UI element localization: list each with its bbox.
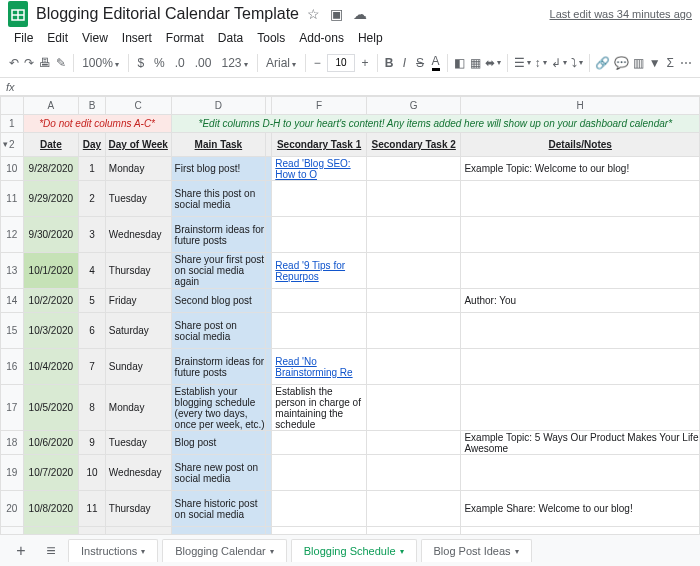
cell-day[interactable]: 4 xyxy=(79,253,106,289)
cell-sec2[interactable] xyxy=(366,217,461,253)
sheet-tab-blog-post-ideas[interactable]: Blog Post Ideas▾ xyxy=(421,539,532,562)
strike-icon[interactable]: S xyxy=(414,52,426,74)
cell-details[interactable] xyxy=(461,217,700,253)
cell-task[interactable]: Share your first post on social media ag… xyxy=(171,253,266,289)
chevron-down-icon[interactable]: ▾ xyxy=(515,547,519,556)
text-color-icon[interactable]: A xyxy=(430,52,442,74)
cell-details[interactable] xyxy=(461,313,700,349)
font-size-input[interactable] xyxy=(327,54,355,72)
cell-details[interactable]: Author: You xyxy=(461,289,700,313)
cell-date[interactable]: 10/5/2020 xyxy=(23,385,79,431)
row-number[interactable]: 14 xyxy=(1,289,24,313)
cell-task[interactable]: Blog post xyxy=(171,431,266,455)
increase-decimal[interactable]: .00 xyxy=(192,56,215,70)
fill-color-icon[interactable]: ◧ xyxy=(454,52,466,74)
cell-sec1[interactable] xyxy=(272,455,367,491)
cell-task[interactable]: Brainstorm ideas for future posts xyxy=(171,217,266,253)
cell-task[interactable]: Share this post on social media xyxy=(171,181,266,217)
cell-day[interactable]: 8 xyxy=(79,385,106,431)
cell-dow[interactable]: Wednesday xyxy=(105,455,171,491)
halign-icon[interactable]: ☰ xyxy=(514,52,531,74)
menu-edit[interactable]: Edit xyxy=(41,29,74,47)
cell-dow[interactable]: Tuesday xyxy=(105,181,171,217)
hdr-details[interactable]: Details/Notes xyxy=(461,133,700,157)
font-dropdown[interactable]: Arial xyxy=(263,56,299,70)
move-icon[interactable]: ▣ xyxy=(330,6,343,22)
row-number[interactable]: 18 xyxy=(1,431,24,455)
star-icon[interactable]: ☆ xyxy=(307,6,320,22)
link[interactable]: Read '9 Tips for Repurpos xyxy=(275,260,345,282)
cell-day[interactable]: 3 xyxy=(79,217,106,253)
undo-icon[interactable]: ↶ xyxy=(8,52,20,74)
link[interactable]: Read 'Blog SEO: How to O xyxy=(275,158,350,180)
spreadsheet-grid[interactable]: ABCDFGH 1 *Do not edit columns A-C* *Edi… xyxy=(0,96,700,544)
menu-format[interactable]: Format xyxy=(160,29,210,47)
format-percent[interactable]: % xyxy=(151,56,168,70)
row-number[interactable]: ▾2 xyxy=(1,133,24,157)
filter-icon[interactable]: ▼ xyxy=(649,52,661,74)
cell-dow[interactable]: Saturday xyxy=(105,313,171,349)
toolbar-overflow-icon[interactable]: ⋯ xyxy=(680,52,692,74)
col-header-H[interactable]: H xyxy=(461,97,700,115)
cell-details[interactable] xyxy=(461,455,700,491)
cell-sec2[interactable] xyxy=(366,385,461,431)
chevron-down-icon[interactable]: ▾ xyxy=(270,547,274,556)
col-header-G[interactable]: G xyxy=(366,97,461,115)
rotate-icon[interactable]: ⤵ xyxy=(571,52,583,74)
cell-sec2[interactable] xyxy=(366,313,461,349)
cell-sec2[interactable] xyxy=(366,289,461,313)
cell-details[interactable]: Example Topic: 5 Ways Our Product Makes … xyxy=(461,431,700,455)
band-red[interactable]: *Do not edit columns A-C* xyxy=(23,115,171,133)
cell-day[interactable]: 11 xyxy=(79,491,106,527)
cell-date[interactable]: 10/7/2020 xyxy=(23,455,79,491)
cell-date[interactable]: 9/29/2020 xyxy=(23,181,79,217)
col-header-C[interactable]: C xyxy=(105,97,171,115)
cell-sec2[interactable] xyxy=(366,157,461,181)
cell-sec1[interactable] xyxy=(272,181,367,217)
cell-day[interactable]: 1 xyxy=(79,157,106,181)
zoom-dropdown[interactable]: 100% xyxy=(79,56,122,70)
row-number[interactable]: 1 xyxy=(1,115,24,133)
cell-task[interactable]: Share historic post on social media xyxy=(171,491,266,527)
sheet-tab-blogging-calendar[interactable]: Blogging Calendar▾ xyxy=(162,539,287,562)
cell-task[interactable]: Second blog post xyxy=(171,289,266,313)
sheet-tab-instructions[interactable]: Instructions▾ xyxy=(68,539,158,562)
row-number[interactable]: 20 xyxy=(1,491,24,527)
bold-icon[interactable]: B xyxy=(383,52,395,74)
cell-sec2[interactable] xyxy=(366,349,461,385)
cell-sec1[interactable] xyxy=(272,431,367,455)
col-header-F[interactable]: F xyxy=(272,97,367,115)
cell-dow[interactable]: Friday xyxy=(105,289,171,313)
merge-icon[interactable]: ⬌ xyxy=(485,52,501,74)
hdr-sec1[interactable]: Secondary Task 1 xyxy=(272,133,367,157)
hdr-task[interactable]: Main Task xyxy=(171,133,266,157)
more-formats[interactable]: 123 xyxy=(218,56,250,70)
font-size-inc[interactable]: + xyxy=(359,52,371,74)
cell-date[interactable]: 10/3/2020 xyxy=(23,313,79,349)
add-sheet-button[interactable]: + xyxy=(8,539,34,563)
cell-dow[interactable]: Thursday xyxy=(105,491,171,527)
row-number[interactable]: 12 xyxy=(1,217,24,253)
hdr-sec2[interactable]: Secondary Task 2 xyxy=(366,133,461,157)
font-size-dec[interactable]: − xyxy=(312,52,324,74)
cell-dow[interactable]: Monday xyxy=(105,385,171,431)
cell-dow[interactable]: Tuesday xyxy=(105,431,171,455)
hdr-dow[interactable]: Day of Week xyxy=(105,133,171,157)
menu-help[interactable]: Help xyxy=(352,29,389,47)
col-header-B[interactable]: B xyxy=(79,97,106,115)
menu-file[interactable]: File xyxy=(8,29,39,47)
col-header-A[interactable]: A xyxy=(23,97,79,115)
cell-date[interactable]: 10/1/2020 xyxy=(23,253,79,289)
cell-sec1[interactable]: Establish the person in charge of mainta… xyxy=(272,385,367,431)
link-icon[interactable]: 🔗 xyxy=(595,52,610,74)
hdr-date[interactable]: Date xyxy=(23,133,79,157)
row-number[interactable]: 13 xyxy=(1,253,24,289)
cell-day[interactable]: 7 xyxy=(79,349,106,385)
cell-dow[interactable]: Monday xyxy=(105,157,171,181)
cell-date[interactable]: 9/28/2020 xyxy=(23,157,79,181)
cell-sec2[interactable] xyxy=(366,253,461,289)
cell-details[interactable]: Example Share: Welcome to our blog! xyxy=(461,491,700,527)
row-number[interactable]: 15 xyxy=(1,313,24,349)
format-currency[interactable]: $ xyxy=(134,56,147,70)
cell-sec1[interactable] xyxy=(272,313,367,349)
